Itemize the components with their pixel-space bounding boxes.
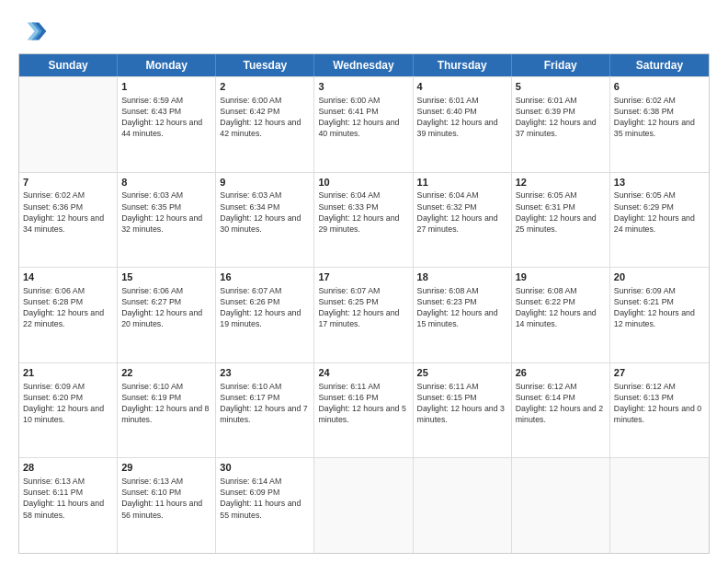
cal-header-cell-thursday: Thursday (414, 54, 512, 76)
day-info: Sunrise: 6:02 AM Sunset: 6:36 PM Dayligh… (23, 190, 113, 235)
day-info: Sunrise: 6:03 AM Sunset: 6:34 PM Dayligh… (220, 190, 310, 235)
cal-cell: 1Sunrise: 6:59 AM Sunset: 6:43 PM Daylig… (118, 77, 216, 172)
cal-cell: 14Sunrise: 6:06 AM Sunset: 6:28 PM Dayli… (19, 268, 118, 362)
day-number: 15 (121, 270, 211, 284)
logo (18, 17, 51, 46)
cal-cell: 18Sunrise: 6:08 AM Sunset: 6:23 PM Dayli… (414, 268, 512, 362)
cal-cell: 20Sunrise: 6:09 AM Sunset: 6:21 PM Dayli… (610, 268, 709, 362)
day-number: 22 (121, 366, 211, 380)
day-info: Sunrise: 6:12 AM Sunset: 6:14 PM Dayligh… (516, 381, 606, 426)
cal-cell: 10Sunrise: 6:04 AM Sunset: 6:33 PM Dayli… (314, 173, 413, 268)
day-info: Sunrise: 6:03 AM Sunset: 6:35 PM Dayligh… (121, 190, 211, 235)
logo-icon (18, 17, 48, 46)
day-number: 6 (614, 80, 705, 94)
day-number: 29 (121, 461, 211, 475)
cal-cell: 17Sunrise: 6:07 AM Sunset: 6:25 PM Dayli… (314, 268, 413, 362)
day-info: Sunrise: 6:07 AM Sunset: 6:25 PM Dayligh… (318, 285, 408, 330)
day-number: 16 (220, 270, 310, 284)
day-info: Sunrise: 6:06 AM Sunset: 6:28 PM Dayligh… (23, 285, 113, 330)
day-number: 12 (516, 176, 606, 190)
day-number: 8 (121, 176, 211, 190)
calendar-header-row: SundayMondayTuesdayWednesdayThursdayFrid… (19, 54, 709, 76)
cal-header-cell-friday: Friday (512, 54, 610, 76)
day-number: 7 (23, 176, 113, 190)
day-number: 1 (121, 80, 211, 94)
day-info: Sunrise: 6:07 AM Sunset: 6:26 PM Dayligh… (220, 285, 310, 330)
cal-cell: 12Sunrise: 6:05 AM Sunset: 6:31 PM Dayli… (512, 173, 610, 268)
day-info: Sunrise: 6:12 AM Sunset: 6:13 PM Dayligh… (614, 381, 705, 426)
day-info: Sunrise: 6:00 AM Sunset: 6:42 PM Dayligh… (220, 95, 310, 140)
cal-cell (414, 458, 512, 553)
day-number: 28 (23, 461, 113, 475)
cal-row-4: 28Sunrise: 6:13 AM Sunset: 6:11 PM Dayli… (19, 457, 709, 553)
cal-cell: 9Sunrise: 6:03 AM Sunset: 6:34 PM Daylig… (216, 173, 314, 268)
cal-cell: 15Sunrise: 6:06 AM Sunset: 6:27 PM Dayli… (118, 268, 216, 362)
day-number: 4 (417, 80, 507, 94)
day-number: 11 (417, 176, 507, 190)
day-number: 9 (220, 176, 310, 190)
day-info: Sunrise: 6:10 AM Sunset: 6:17 PM Dayligh… (220, 381, 310, 426)
day-number: 2 (220, 80, 310, 94)
day-info: Sunrise: 6:08 AM Sunset: 6:22 PM Dayligh… (516, 285, 606, 330)
cal-row-3: 21Sunrise: 6:09 AM Sunset: 6:20 PM Dayli… (19, 362, 709, 458)
day-number: 25 (417, 366, 507, 380)
cal-cell: 8Sunrise: 6:03 AM Sunset: 6:35 PM Daylig… (118, 173, 216, 268)
day-info: Sunrise: 6:08 AM Sunset: 6:23 PM Dayligh… (417, 285, 507, 330)
day-number: 17 (318, 270, 408, 284)
cal-cell: 7Sunrise: 6:02 AM Sunset: 6:36 PM Daylig… (19, 173, 118, 268)
day-number: 26 (516, 366, 606, 380)
day-info: Sunrise: 6:02 AM Sunset: 6:38 PM Dayligh… (614, 95, 705, 140)
day-info: Sunrise: 6:11 AM Sunset: 6:16 PM Dayligh… (318, 381, 408, 426)
day-number: 18 (417, 270, 507, 284)
cal-cell: 2Sunrise: 6:00 AM Sunset: 6:42 PM Daylig… (216, 77, 314, 172)
day-number: 20 (614, 270, 705, 284)
day-info: Sunrise: 6:01 AM Sunset: 6:40 PM Dayligh… (417, 95, 507, 140)
day-info: Sunrise: 6:13 AM Sunset: 6:11 PM Dayligh… (23, 476, 113, 521)
cal-cell: 13Sunrise: 6:05 AM Sunset: 6:29 PM Dayli… (610, 173, 709, 268)
cal-header-cell-monday: Monday (118, 54, 216, 76)
day-info: Sunrise: 6:14 AM Sunset: 6:09 PM Dayligh… (220, 476, 310, 521)
cal-cell: 5Sunrise: 6:01 AM Sunset: 6:39 PM Daylig… (512, 77, 610, 172)
day-info: Sunrise: 6:05 AM Sunset: 6:29 PM Dayligh… (614, 190, 705, 235)
cal-cell: 30Sunrise: 6:14 AM Sunset: 6:09 PM Dayli… (216, 458, 314, 553)
cal-cell: 3Sunrise: 6:00 AM Sunset: 6:41 PM Daylig… (314, 77, 413, 172)
day-info: Sunrise: 6:00 AM Sunset: 6:41 PM Dayligh… (318, 95, 408, 140)
cal-cell: 19Sunrise: 6:08 AM Sunset: 6:22 PM Dayli… (512, 268, 610, 362)
day-number: 24 (318, 366, 408, 380)
day-info: Sunrise: 6:10 AM Sunset: 6:19 PM Dayligh… (121, 381, 211, 426)
day-number: 14 (23, 270, 113, 284)
calendar-body: 1Sunrise: 6:59 AM Sunset: 6:43 PM Daylig… (19, 76, 709, 553)
cal-cell: 27Sunrise: 6:12 AM Sunset: 6:13 PM Dayli… (610, 363, 709, 458)
day-number: 23 (220, 366, 310, 380)
cal-header-cell-sunday: Sunday (19, 54, 118, 76)
day-number: 10 (318, 176, 408, 190)
cal-header-cell-tuesday: Tuesday (216, 54, 314, 76)
cal-cell: 4Sunrise: 6:01 AM Sunset: 6:40 PM Daylig… (414, 77, 512, 172)
day-number: 30 (220, 461, 310, 475)
cal-cell: 26Sunrise: 6:12 AM Sunset: 6:14 PM Dayli… (512, 363, 610, 458)
cal-row-2: 14Sunrise: 6:06 AM Sunset: 6:28 PM Dayli… (19, 267, 709, 362)
cal-cell: 6Sunrise: 6:02 AM Sunset: 6:38 PM Daylig… (610, 77, 709, 172)
day-info: Sunrise: 6:09 AM Sunset: 6:20 PM Dayligh… (23, 381, 113, 426)
day-info: Sunrise: 6:11 AM Sunset: 6:15 PM Dayligh… (417, 381, 507, 426)
cal-cell (19, 77, 118, 172)
cal-cell (512, 458, 610, 553)
cal-cell: 16Sunrise: 6:07 AM Sunset: 6:26 PM Dayli… (216, 268, 314, 362)
cal-cell: 21Sunrise: 6:09 AM Sunset: 6:20 PM Dayli… (19, 363, 118, 458)
cal-cell: 23Sunrise: 6:10 AM Sunset: 6:17 PM Dayli… (216, 363, 314, 458)
cal-cell: 28Sunrise: 6:13 AM Sunset: 6:11 PM Dayli… (19, 458, 118, 553)
day-number: 5 (516, 80, 606, 94)
day-info: Sunrise: 6:13 AM Sunset: 6:10 PM Dayligh… (121, 476, 211, 521)
page: SundayMondayTuesdayWednesdayThursdayFrid… (0, 0, 728, 563)
cal-cell (314, 458, 413, 553)
day-info: Sunrise: 6:09 AM Sunset: 6:21 PM Dayligh… (614, 285, 705, 330)
day-number: 19 (516, 270, 606, 284)
day-info: Sunrise: 6:05 AM Sunset: 6:31 PM Dayligh… (516, 190, 606, 235)
calendar: SundayMondayTuesdayWednesdayThursdayFrid… (18, 53, 710, 554)
day-info: Sunrise: 6:06 AM Sunset: 6:27 PM Dayligh… (121, 285, 211, 330)
cal-header-cell-saturday: Saturday (610, 54, 709, 76)
day-number: 21 (23, 366, 113, 380)
day-info: Sunrise: 6:59 AM Sunset: 6:43 PM Dayligh… (121, 95, 211, 140)
cal-row-0: 1Sunrise: 6:59 AM Sunset: 6:43 PM Daylig… (19, 76, 709, 172)
day-info: Sunrise: 6:01 AM Sunset: 6:39 PM Dayligh… (516, 95, 606, 140)
